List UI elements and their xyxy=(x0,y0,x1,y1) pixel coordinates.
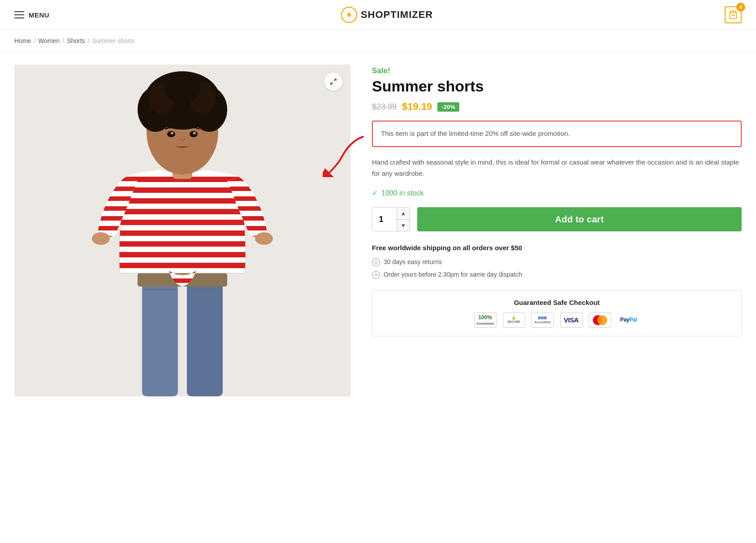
svg-rect-15 xyxy=(115,241,250,247)
checkmark-icon: ✓ xyxy=(372,189,378,197)
product-description: Hand crafted with seasonal style in mind… xyxy=(372,157,742,179)
hamburger-icon xyxy=(14,11,24,18)
product-image-area xyxy=(14,65,350,396)
benefit-dispatch: Order yours before 2.30pm for same day d… xyxy=(384,270,522,279)
svg-point-49 xyxy=(193,132,196,135)
svg-rect-12 xyxy=(115,209,250,214)
sale-price: $19.19 xyxy=(402,101,432,113)
breadcrumb-current: Summer shorts xyxy=(92,37,134,44)
safe-checkout-box: Guaranteed Safe Checkout 100% Guaranteed… xyxy=(372,290,742,336)
quantity-buttons: ▲ ▼ xyxy=(397,208,410,231)
logo[interactable]: SHOPTIMIZER xyxy=(341,7,433,23)
price-row: $23.99 $19.19 -20% xyxy=(372,101,742,113)
quantity-input[interactable] xyxy=(372,208,397,231)
shipping-notice: Free worldwide shipping on all orders ov… xyxy=(372,244,742,252)
safe-checkout-title: Guaranteed Safe Checkout xyxy=(383,299,730,306)
mastercard-badge xyxy=(589,313,611,328)
logo-text: SHOPTIMIZER xyxy=(361,9,433,21)
breadcrumb-home[interactable]: Home xyxy=(14,37,31,44)
payment-icons: 100% Guaranteed 🔒 SECURE BBB Accredited xyxy=(383,313,730,328)
quantity-down-button[interactable]: ▼ xyxy=(397,220,410,231)
cart-button[interactable]: 4 xyxy=(725,6,742,23)
menu-button[interactable]: MENU xyxy=(14,11,49,19)
list-item: ⊙ 30 days easy returns xyxy=(372,258,742,267)
product-image-placeholder xyxy=(14,65,350,396)
original-price: $23.99 xyxy=(372,102,397,112)
quantity-wrapper: ▲ ▼ xyxy=(372,207,410,231)
separator-1: / xyxy=(34,37,35,44)
dispatch-icon: ⊙ xyxy=(372,271,380,279)
product-info: Sale! Summer shorts $23.99 $19.19 -20% T… xyxy=(372,65,742,396)
list-item: ⊙ Order yours before 2.30pm for same day… xyxy=(372,270,742,279)
svg-rect-14 xyxy=(115,230,250,236)
paypal-text: PayPal xyxy=(620,317,637,323)
svg-rect-13 xyxy=(115,220,250,225)
purchase-row: ▲ ▼ Add to cart xyxy=(372,207,742,231)
svg-point-33 xyxy=(255,232,273,245)
svg-rect-4 xyxy=(144,289,176,291)
mc-orange-circle xyxy=(597,315,607,325)
svg-rect-10 xyxy=(115,187,250,193)
promo-text: This item is part of the limited-time 20… xyxy=(381,130,570,137)
product-container: Sale! Summer shorts $23.99 $19.19 -20% T… xyxy=(0,52,756,414)
stock-row: ✓ 1000 in stock xyxy=(372,189,742,197)
svg-rect-11 xyxy=(115,198,250,204)
expand-image-button[interactable] xyxy=(324,73,342,91)
promotion-box: This item is part of the limited-time 20… xyxy=(372,121,742,147)
discount-badge: -20% xyxy=(437,102,459,112)
separator-3: / xyxy=(88,37,90,44)
benefit-returns: 30 days easy returns xyxy=(384,258,442,267)
bbb-badge: BBB Accredited xyxy=(531,313,554,328)
svg-rect-2 xyxy=(142,280,178,396)
header: MENU SHOPTIMIZER 4 xyxy=(0,0,756,30)
benefit-list: ⊙ 30 days easy returns ⊙ Order yours bef… xyxy=(372,258,742,279)
svg-point-45 xyxy=(164,75,200,104)
breadcrumb-shorts[interactable]: Shorts xyxy=(67,37,85,44)
stock-text: 1000 in stock xyxy=(381,189,423,197)
product-title: Summer shorts xyxy=(372,78,742,95)
breadcrumb: Home / Women / Shorts / Summer shorts xyxy=(0,30,756,52)
breadcrumb-women[interactable]: Women xyxy=(38,37,60,44)
svg-rect-3 xyxy=(187,280,223,396)
svg-rect-17 xyxy=(115,263,250,268)
menu-label: MENU xyxy=(29,11,49,19)
add-to-cart-button[interactable]: Add to cart xyxy=(417,207,742,231)
separator-2: / xyxy=(62,37,64,44)
svg-point-48 xyxy=(171,132,173,135)
paypal-badge: PayPal xyxy=(618,313,640,328)
secure-badge: 🔒 SECURE xyxy=(503,313,525,328)
quantity-up-button[interactable]: ▲ xyxy=(397,208,410,220)
return-icon: ⊙ xyxy=(372,258,380,266)
svg-point-32 xyxy=(92,232,110,245)
svg-rect-5 xyxy=(189,289,220,291)
sale-label: Sale! xyxy=(372,66,742,75)
guaranteed-badge: 100% Guaranteed xyxy=(474,313,497,328)
logo-bolt-icon xyxy=(341,7,357,23)
svg-rect-16 xyxy=(115,252,250,257)
visa-badge: VISA xyxy=(560,313,583,328)
cart-count-badge: 4 xyxy=(736,3,745,12)
